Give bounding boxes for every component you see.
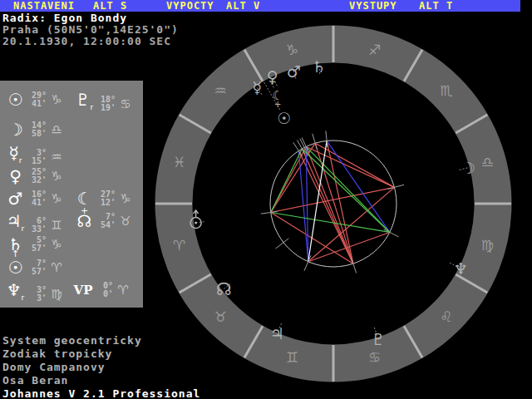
chart-header: Radix: Egon Bondy Praha (50N5'0",14E25'0…: [2, 12, 179, 47]
menu-bar: NASTAVENIALT SVYPOCTYALT VVYSTUPYALT T: [0, 0, 520, 12]
mars-glyph: ♂: [4, 188, 27, 209]
zodiac-sign-aries: ♈: [173, 237, 185, 254]
setting-line: Osa Beran: [2, 374, 200, 387]
setting-line: Domy Campanovy: [2, 361, 200, 374]
setting-line: Zodiak tropicky: [2, 347, 200, 361]
uranus-glyph: ☉↑: [4, 257, 27, 278]
planet-entry-uranus: ☉↑7°57'♈: [4, 257, 66, 278]
venus-position: 25°32': [27, 168, 47, 185]
planet-positions-panel: ☉29°41'♑♇r18°19'♋☽14°58'♎☿r3°15'♒♀25°32'…: [0, 81, 143, 308]
wheel-mars-glyph: ♂: [287, 62, 301, 81]
moon-glyph: ☽: [4, 119, 27, 140]
wheel-neptune-glyph: ♆: [454, 259, 468, 278]
wheel-lilith-cross: +: [274, 100, 281, 109]
aspect-pluto-sun: [302, 149, 353, 264]
planet-row: ♀25°32'♑: [0, 165, 143, 189]
wheel-mercury-glyph: ☿: [253, 78, 263, 96]
wheel-moon-glyph: ☽: [461, 159, 475, 177]
lilith-position: 27°12': [96, 190, 116, 207]
venus-sign-glyph: ♑: [47, 169, 66, 184]
status-lines: System geocentrickyZodiak tropickyDomy C…: [2, 334, 200, 399]
planet-entry-lilith: ☾+27°12'♑: [73, 188, 135, 209]
planet-entry-pluto: ♇r18°19'♋: [73, 89, 135, 118]
chart-location: Praha (50N5'0",14E25'0"): [2, 24, 179, 36]
pluto-glyph: ♇r: [73, 89, 96, 118]
mars-position: 16°41': [27, 190, 47, 207]
wheel-jupiter-glyph: ♃: [270, 324, 284, 342]
lilith-sign-glyph: ♑: [116, 191, 135, 206]
sun-position: 29°41': [27, 91, 47, 108]
menu-item-vystupy[interactable]: VYSTUPY: [349, 0, 397, 12]
lilith-glyph: ☾+: [73, 188, 96, 209]
menu-item-alt-v[interactable]: ALT V: [226, 0, 260, 12]
wheel-pluto-glyph: ♇: [372, 330, 386, 348]
saturn-position: 5°57': [27, 236, 47, 253]
pluto-sign-glyph: ♋: [116, 96, 135, 111]
wheel-venus-glyph: ♀: [267, 67, 278, 86]
planet-row: ♃r6°33'♊☊7°54'♉: [0, 210, 143, 234]
vp-position: 0°0': [93, 282, 113, 298]
mercury-sign-glyph: ♒: [47, 150, 66, 165]
uranus-position: 7°57': [27, 259, 47, 276]
sun-glyph: ☉: [4, 89, 27, 111]
venus-glyph: ♀: [4, 165, 27, 187]
pluto-position: 18°19': [96, 96, 116, 112]
node-tick: [276, 239, 289, 249]
jupiter-position: 6°33': [27, 217, 47, 234]
planet-entry-sun: ☉29°41'♑: [4, 89, 66, 111]
zodiac-sign-leo: ♌: [440, 308, 452, 325]
node-position: 7°54': [96, 213, 116, 229]
app-version: Johannes V 2.1 Professional: [2, 387, 200, 399]
moon-sign-glyph: ♎: [47, 122, 66, 137]
zodiac-sign-sagittarius: ♐: [368, 42, 381, 58]
jupiter-sign-glyph: ♊: [47, 218, 66, 233]
vp-sign-glyph: ♈: [114, 283, 132, 298]
neptune-sign-glyph: ♍: [47, 287, 66, 302]
node-glyph: ☊: [73, 210, 96, 232]
planet-row: ♆r3°3'♍VP0°0'♈: [0, 279, 143, 303]
menu-item-vypocty[interactable]: VYPOCTY: [166, 0, 214, 12]
aspect-venus-neptune: [306, 146, 390, 232]
planet-entry-vp: VP0°0'♈: [73, 279, 132, 301]
uranus-sign-glyph: ♈: [47, 260, 66, 275]
menu-item-nastaveni[interactable]: NASTAVENI: [13, 0, 75, 12]
mercury-position: 3°15': [27, 149, 47, 165]
zodiac-sign-aquarius: ♒: [214, 82, 227, 99]
aspect-uranus-sun: [271, 149, 303, 213]
wheel-saturn-glyph: ♄: [312, 57, 326, 76]
planet-entry-neptune: ♆r3°3'♍: [4, 279, 66, 308]
zodiac-sign-pisces: ♓: [173, 154, 185, 170]
planet-row: ♂16°41'♑☾+27°12'♑: [0, 188, 143, 211]
moon-position: 14°58': [27, 121, 47, 138]
zodiac-sign-cancer: ♋: [368, 349, 381, 366]
planet-row: ☉↑7°57'♈: [0, 257, 143, 280]
zodiac-sign-capricorn: ♑: [286, 42, 298, 58]
aspect-jupiter-neptune: [308, 232, 390, 261]
planet-row: ☉29°41'♑♇r18°19'♋: [0, 89, 143, 112]
menu-item-alt-t[interactable]: ALT T: [419, 0, 453, 12]
planet-row: ♄5°57'♑: [0, 234, 143, 257]
menu-item-alt-s[interactable]: ALT S: [93, 0, 127, 12]
zodiac-sign-gemini: ♊: [286, 349, 298, 366]
planet-row: ☽14°58'♎: [0, 119, 143, 142]
mars-sign-glyph: ♑: [47, 191, 66, 206]
neptune-position: 3°3': [27, 286, 47, 303]
zodiac-sign-libra: ♎: [481, 154, 494, 170]
chart-title: Radix: Egon Bondy: [2, 12, 179, 24]
zodiac-sign-taurus: ♉: [214, 308, 227, 325]
aspect-moon-venus: [306, 146, 394, 187]
planet-entry-mars: ♂16°41'♑: [4, 188, 66, 209]
saturn-sign-glyph: ♑: [47, 237, 66, 252]
vp-glyph: VP: [73, 279, 93, 301]
chart-datetime: 20.1.1930, 12:00:00 SEC: [2, 36, 179, 47]
setting-line: System geocentricky: [2, 334, 200, 347]
planet-entry-moon: ☽14°58'♎: [4, 119, 66, 140]
zodiac-sign-scorpio: ♏: [440, 82, 452, 99]
sun-sign-glyph: ♑: [47, 92, 66, 107]
aspect-pluto-venus: [306, 146, 353, 264]
pluto-tick: [351, 258, 356, 273]
app-screen: ♈♉♊♋♌♍♎♏♐♑♒♓☉☽☿♀♂♃♄♆♇☊☾+ NASTAVENIALT SV…: [0, 0, 532, 399]
wheel-node-glyph: ☊: [216, 279, 232, 299]
neptune-tick: [384, 229, 399, 237]
node-sign-glyph: ♉: [116, 214, 135, 229]
